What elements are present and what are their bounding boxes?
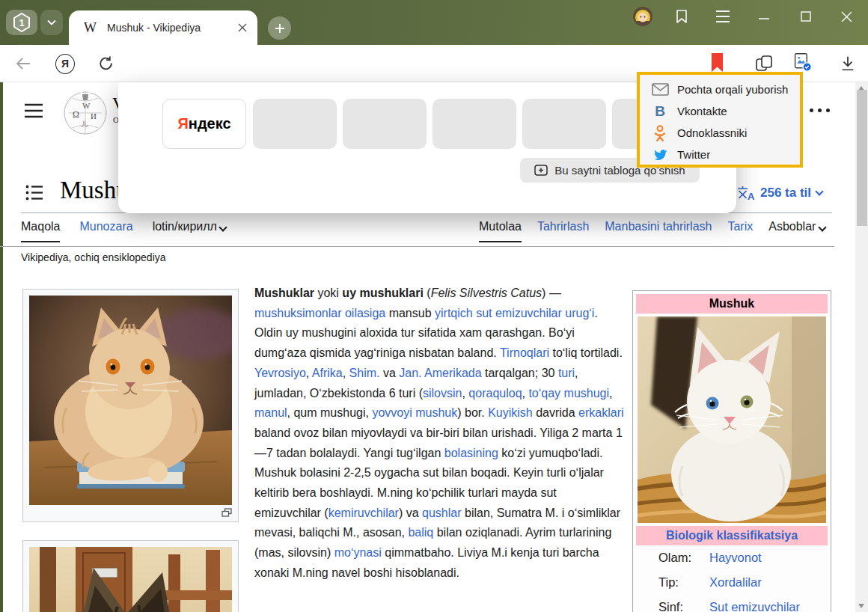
cat-on-book-image (29, 296, 232, 505)
tab-group-badge[interactable]: 1 (6, 10, 37, 35)
tab-close-icon[interactable] (238, 23, 247, 32)
article-link[interactable]: qushlar (422, 507, 461, 519)
contents-button[interactable] (25, 184, 43, 204)
infobox-value-link[interactable]: Hayvonot (709, 551, 762, 565)
yandex-icon: Я (55, 54, 75, 74)
collections-button[interactable] (754, 54, 774, 73)
new-tab-button[interactable] (268, 16, 291, 40)
vkontakte-icon: B (651, 103, 669, 120)
chevron-down-icon (815, 187, 823, 195)
yandex-logo-rest: ндекс (189, 115, 231, 132)
browser-menu-button[interactable] (713, 7, 733, 26)
article-link[interactable]: Jan. Amerikada (399, 367, 481, 379)
twitter-icon (651, 148, 669, 162)
article-link[interactable]: kemiruvchilar (328, 507, 399, 519)
article-link[interactable]: silovsin (423, 387, 462, 400)
article-text: toʻliq tortiladi. (549, 346, 623, 359)
tabby-cat-image (29, 547, 232, 612)
speed-dial-empty-tile[interactable] (433, 99, 516, 149)
chevron-down-icon (47, 19, 56, 25)
back-button[interactable] (13, 54, 33, 73)
yandex-home-button[interactable]: Я (55, 54, 75, 73)
article-link[interactable]: toʻqay mushugi (528, 387, 609, 400)
wikipedia-logo[interactable]: Ω W И 儿 (63, 89, 108, 138)
tab-mutolaa[interactable]: Mutolaa (479, 220, 522, 242)
close-button[interactable] (837, 7, 856, 26)
article-link[interactable]: manul (254, 406, 287, 419)
speed-dial-empty-tile[interactable] (343, 99, 427, 149)
svg-text:儿: 儿 (81, 120, 88, 128)
article-link[interactable]: Yevrosiyo (254, 367, 306, 379)
add-tile-icon (534, 165, 548, 176)
tab-group-control: 1 (6, 9, 73, 36)
article-link[interactable]: baliq (408, 526, 433, 539)
page-scrollbar[interactable] (855, 82, 868, 612)
article-figure-cat2[interactable] (22, 540, 239, 612)
tab-tahrirlash[interactable]: Tahrirlash (537, 220, 589, 241)
share-item-vkontakte[interactable]: B Vkontakte (640, 100, 800, 122)
close-icon (840, 10, 853, 23)
speed-dial-empty-tile[interactable] (253, 99, 337, 149)
tab-tarix[interactable]: Tarix (727, 220, 753, 241)
article-link[interactable]: Tirnoqlari (500, 346, 549, 359)
svg-text:Ω: Ω (73, 109, 79, 120)
article-link[interactable]: Shim. (349, 367, 380, 379)
article-link[interactable]: Kuyikish (488, 406, 533, 419)
share-item-odnoklassniki[interactable]: Odnoklassniki (640, 122, 800, 144)
share-item-label: Vkontakte (677, 105, 727, 117)
article-link[interactable]: turi (558, 367, 575, 379)
scroll-down-icon[interactable] (858, 604, 864, 608)
share-item-label: Twitter (677, 148, 710, 161)
bookmark-page-button[interactable] (707, 52, 727, 72)
enlarge-icon[interactable] (221, 508, 232, 517)
new-tab-icon (275, 23, 285, 34)
tab-asboblar[interactable]: Asboblar (768, 220, 825, 241)
speed-dial-yandex-tile[interactable]: Яндекс (162, 99, 246, 149)
infobox-value-link[interactable]: Sut emizuvchilar (709, 600, 800, 612)
infobox-row: Sinf: Sut emizuvchilar (636, 595, 828, 612)
article-link[interactable]: Afrika (312, 367, 343, 379)
maximize-button[interactable] (796, 7, 816, 26)
article-link[interactable]: bolasining (444, 447, 498, 459)
taxobox: Mushuk (632, 290, 831, 612)
speed-dial-empty-tile[interactable] (522, 99, 606, 149)
email-icon (651, 83, 669, 96)
article-figure-cat[interactable] (22, 289, 239, 522)
reload-button[interactable] (97, 54, 116, 73)
article-link[interactable]: moʻynasi (334, 546, 382, 559)
scrollbar-thumb[interactable] (857, 90, 867, 226)
view-tabs: Mutolaa Tahrirlash Manbasini tahrirlash … (479, 220, 825, 247)
tab-maqola[interactable]: Maqola (21, 220, 60, 242)
article-link[interactable]: yirtqich sut emizuvchilar urugʻi (435, 307, 594, 319)
more-options-icon[interactable] (810, 108, 830, 112)
language-selector-button[interactable]: A 256 ta til (736, 185, 822, 201)
variant-selector[interactable]: lotin/кирилл (153, 220, 227, 241)
wiki-main-menu-button[interactable] (24, 102, 43, 122)
article-link[interactable]: qoraquloq (468, 387, 522, 400)
avatar[interactable] (633, 7, 652, 26)
tab-manbasini-tahrirlash[interactable]: Manbasini tahrirlash (605, 220, 712, 241)
infobox-row: Olam: Hayvonot (636, 545, 828, 570)
article-link[interactable]: erkaklari (578, 406, 623, 419)
maximize-icon (800, 10, 812, 22)
browser-tab[interactable]: W Mushuk - Vikipediya (69, 10, 257, 45)
screenshot-button[interactable] (793, 52, 813, 72)
article-text: tarqalgan; 30 (482, 367, 558, 379)
article-link[interactable]: mushuksimonlar oilasiga (254, 307, 385, 319)
article-text: Felis Silvestris Catus (431, 287, 542, 299)
infobox-value-link[interactable]: Xordalilar (709, 575, 762, 590)
minimize-button[interactable] (754, 7, 774, 26)
tab-munozara[interactable]: Munozara (79, 220, 132, 241)
downloads-button[interactable] (838, 54, 858, 73)
minimize-icon (758, 10, 770, 22)
share-item-twitter[interactable]: Twitter (640, 144, 800, 165)
bookmarks-button[interactable] (672, 7, 691, 26)
infobox-label: Sinf: (658, 600, 709, 612)
white-kitten-image[interactable] (638, 316, 826, 523)
tab-group-dropdown[interactable] (40, 10, 63, 35)
share-item-email[interactable]: Pochta orqali yuborish (640, 79, 800, 100)
variant-label: lotin/кирилл (153, 220, 217, 233)
tab-title: Mushuk - Vikipediya (107, 22, 232, 34)
language-icon: A (736, 185, 755, 201)
article-link[interactable]: yovvoyi mushuk (372, 406, 457, 419)
